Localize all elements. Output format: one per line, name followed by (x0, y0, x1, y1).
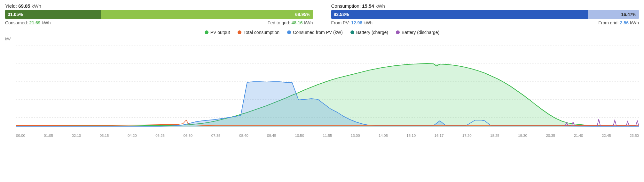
consumption-bar-segment1: 83.53% (331, 10, 588, 19)
consumption-bar-segment2: 16.47% (588, 10, 639, 19)
consumption-panel: Consumption: 15.54 kWh 83.53% 16.47% Fro… (331, 3, 639, 25)
legend-battery-discharge: Battery (discharge) (396, 30, 439, 35)
top-stats: Yield: 69.85 kWh 31.05% 68.95% Consumed:… (0, 0, 644, 27)
yield-bar: 31.05% 68.95% (5, 10, 313, 19)
consumption-value: 15.54 (362, 3, 374, 9)
legend-total-consumption: Total consumption (238, 30, 279, 35)
legend-dot-consumed-pv (287, 30, 291, 34)
legend-label-total-consumption: Total consumption (243, 30, 279, 35)
yield-label: Yield: (5, 3, 17, 9)
legend-label-pv: PV output (210, 30, 230, 35)
legend-pv-output: PV output (205, 30, 230, 35)
legend-label-battery-discharge: Battery (discharge) (402, 30, 439, 35)
from-pv-stat: From PV: 12.98 kWh (331, 20, 373, 25)
yield-value: 69.85 (18, 3, 30, 9)
chart-area: kW 10 8 6 4 2 0 (0, 37, 644, 146)
x-axis: 00:00 01:05 02:10 03:15 04:20 05:25 06:3… (16, 133, 639, 137)
legend-label-consumed-pv: Consumed from PV (kW) (293, 30, 343, 35)
yield-panel: Yield: 69.85 kWh 31.05% 68.95% Consumed:… (5, 3, 313, 25)
legend-label-battery-charge: Battery (charge) (356, 30, 388, 35)
consumption-title: Consumption: 15.54 kWh (331, 3, 639, 9)
legend-dot-battery-discharge (396, 30, 400, 34)
yield-unit: kWh (32, 3, 41, 9)
consumption-label: Consumption: (331, 3, 361, 9)
chart-svg: 10 8 6 4 2 0 (16, 37, 639, 133)
yield-bar-segment1: 31.05% (5, 10, 101, 19)
yield-title: Yield: 69.85 kWh (5, 3, 313, 9)
consumption-bar: 83.53% 16.47% (331, 10, 639, 19)
consumption-stats: From PV: 12.98 kWh From grid: 2.56 kWh (331, 20, 639, 25)
consumed-stat: Consumed: 21.69 kWh (5, 20, 51, 25)
legend-dot-pv (205, 30, 208, 34)
legend-consumed-from-pv: Consumed from PV (kW) (287, 30, 343, 35)
yield-stats: Consumed: 21.69 kWh Fed to grid: 48.16 k… (5, 20, 313, 25)
chart-y-label: kW (5, 37, 11, 41)
legend-dot-battery-charge (350, 30, 354, 34)
chart-legend: PV output Total consumption Consumed fro… (0, 27, 644, 37)
legend-dot-total-consumption (238, 30, 241, 34)
consumption-unit: kWh (375, 3, 385, 9)
panel-divider (322, 3, 322, 25)
from-grid-stat: From grid: 2.56 kWh (598, 20, 639, 25)
legend-battery-charge: Battery (charge) (350, 30, 388, 35)
fed-stat: Fed to grid: 48.16 kWh (268, 20, 313, 25)
yield-bar-segment2: 68.95% (101, 10, 313, 19)
